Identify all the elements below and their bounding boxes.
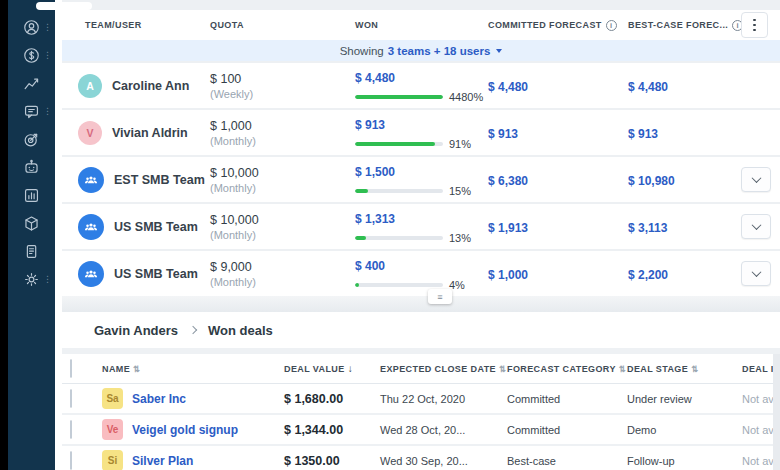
col-team-user[interactable]: TEAM/USER bbox=[62, 20, 210, 30]
deal-close-date: Wed 28 Oct, 20... bbox=[380, 424, 507, 436]
bot-icon bbox=[22, 158, 41, 177]
deal-name-link[interactable]: Veigel gold signup bbox=[132, 423, 238, 437]
committed-value-link[interactable]: $ 913 bbox=[488, 127, 518, 141]
best-case-value-link[interactable]: $ 10,980 bbox=[628, 174, 675, 188]
best-case-value-link[interactable]: $ 2,200 bbox=[628, 268, 668, 282]
target-icon bbox=[22, 130, 41, 149]
sidebar-item-bot[interactable] bbox=[8, 153, 55, 181]
sidebar-item-deals[interactable]: ⋮ bbox=[8, 41, 55, 69]
sidebar-item-conversations[interactable]: ⋮ bbox=[8, 97, 55, 125]
expand-team-button[interactable] bbox=[741, 261, 771, 286]
sort-icon[interactable]: ⇅ bbox=[691, 364, 699, 374]
col-expected-close-date[interactable]: EXPECTED CLOSE DATE⇅ bbox=[380, 364, 507, 374]
deals-table-header: NAME⇅ DEAL VALUE↓ EXPECTED CLOSE DATE⇅ F… bbox=[62, 354, 780, 384]
caret-down-icon[interactable] bbox=[496, 49, 502, 53]
deal-stage: Under review bbox=[627, 393, 742, 405]
sidebar-item-settings[interactable]: ⋮ bbox=[8, 265, 55, 293]
col-options bbox=[740, 12, 780, 38]
col-forecast-category[interactable]: FORECAST CATEGORY⇅ bbox=[507, 364, 627, 374]
deals-table-body: Sa Saber Inc $ 1,680.00 Thu 22 Oct, 2020… bbox=[62, 384, 780, 470]
progress-track bbox=[355, 95, 443, 99]
col-best-case-forecast[interactable]: BEST-CASE FOREC...i bbox=[628, 20, 740, 31]
forecast-row: US SMB Team $ 10,000(Monthly) $ 1,313 13… bbox=[62, 204, 780, 249]
expand-team-button[interactable] bbox=[741, 214, 771, 239]
column-options-button[interactable] bbox=[741, 12, 768, 38]
committed-value-link[interactable]: $ 1,913 bbox=[488, 221, 528, 235]
quota-period: (Monthly) bbox=[210, 229, 355, 241]
deal-avatar: Ve bbox=[102, 419, 123, 440]
user-name: Vivian Aldrin bbox=[112, 126, 188, 140]
committed-value-link[interactable]: $ 4,480 bbox=[488, 80, 528, 94]
row-checkbox[interactable] bbox=[70, 451, 72, 470]
col-label: DEAL VALUE bbox=[284, 364, 345, 374]
row-checkbox[interactable] bbox=[70, 389, 72, 408]
best-case-value-link[interactable]: $ 4,480 bbox=[628, 80, 668, 94]
scrollbar-track[interactable] bbox=[773, 354, 780, 470]
breadcrumb: Gavin Anders Won deals bbox=[62, 312, 780, 348]
forecast-row: A Caroline Ann $ 100(Weekly) $ 4,480 448… bbox=[62, 63, 780, 108]
user-name: Caroline Ann bbox=[112, 79, 189, 93]
sidebar-item-goals[interactable] bbox=[8, 125, 55, 153]
deal-avatar: Sa bbox=[102, 388, 123, 409]
col-committed-forecast[interactable]: COMMITTED FORECASTi bbox=[488, 20, 628, 31]
forecast-row: US SMB Team $ 9,000(Monthly) $ 400 4% $ … bbox=[62, 251, 780, 296]
sort-desc-icon[interactable]: ↓ bbox=[348, 363, 353, 374]
team-name: EST SMB Team bbox=[114, 173, 205, 187]
deal-value: $ 1,344.00 bbox=[284, 423, 380, 437]
dollar-icon bbox=[22, 46, 41, 65]
sort-icon[interactable]: ⇅ bbox=[619, 364, 627, 374]
deal-value: $ 1,680.00 bbox=[284, 392, 380, 406]
won-value-link[interactable]: $ 4,480 bbox=[355, 71, 395, 85]
user-icon bbox=[22, 18, 41, 37]
chevron-down-icon bbox=[751, 267, 761, 277]
col-label: DEAL STAGE bbox=[627, 364, 688, 374]
workspace: TEAM/USER QUOTA WON COMMITTED FORECASTi … bbox=[62, 0, 780, 470]
deal-row: Si Silver Plan $ 1350.00 Wed 30 Sep, 20.… bbox=[62, 446, 780, 470]
best-case-value-link[interactable]: $ 913 bbox=[628, 127, 658, 141]
sidebar-item-products[interactable] bbox=[8, 209, 55, 237]
sort-icon[interactable]: ⇅ bbox=[499, 364, 507, 374]
deal-name-link[interactable]: Saber Inc bbox=[132, 392, 186, 406]
quota-period: (Weekly) bbox=[210, 88, 355, 100]
sidebar-item-contacts[interactable]: ⋮ bbox=[8, 13, 55, 41]
col-won[interactable]: WON bbox=[355, 20, 488, 30]
progress-track bbox=[355, 189, 443, 193]
committed-value-link[interactable]: $ 1,000 bbox=[488, 268, 528, 282]
best-case-value-link[interactable]: $ 3,113 bbox=[628, 221, 667, 235]
col-name[interactable]: NAME⇅ bbox=[102, 364, 284, 374]
col-label: NAME bbox=[102, 364, 130, 374]
panel-splitter[interactable]: ≡ bbox=[62, 296, 780, 312]
breadcrumb-user[interactable]: Gavin Anders bbox=[94, 323, 178, 338]
sidebar-nav: ⋮ ⋮ ⋮ ⋮ bbox=[8, 0, 55, 470]
expand-team-button[interactable] bbox=[741, 167, 771, 192]
splitter-handle-icon[interactable]: ≡ bbox=[428, 289, 452, 304]
won-value-link[interactable]: $ 1,313 bbox=[355, 212, 395, 226]
deal-row: Ve Veigel gold signup $ 1,344.00 Wed 28 … bbox=[62, 415, 780, 444]
sidebar-item-documents[interactable] bbox=[8, 237, 55, 265]
row-checkbox[interactable] bbox=[70, 420, 72, 439]
deal-name-link[interactable]: Silver Plan bbox=[132, 454, 193, 468]
progress-fill bbox=[355, 283, 359, 287]
quota-period: (Monthly) bbox=[210, 182, 355, 194]
quota-period: (Monthly) bbox=[210, 276, 355, 288]
forecast-row: V Vivian Aldrin $ 1,000(Monthly) $ 913 9… bbox=[62, 110, 780, 155]
won-value-link[interactable]: $ 400 bbox=[355, 259, 385, 273]
info-icon[interactable]: i bbox=[606, 20, 617, 31]
overflow-dots-icon: ⋮ bbox=[43, 22, 52, 32]
sidebar-item-analytics-trend[interactable] bbox=[8, 69, 55, 97]
won-value-link[interactable]: $ 913 bbox=[355, 118, 385, 132]
deal-forecast-category: Committed bbox=[507, 424, 627, 436]
settings-icon bbox=[22, 270, 41, 289]
sort-icon[interactable]: ⇅ bbox=[133, 364, 141, 374]
deal-forecast-category: Best-case bbox=[507, 455, 627, 467]
committed-value-link[interactable]: $ 6,380 bbox=[488, 174, 528, 188]
teams-users-dropdown[interactable]: 3 teams + 18 users bbox=[388, 45, 491, 57]
avatar: V bbox=[78, 121, 102, 145]
col-deal-stage[interactable]: DEAL STAGE⇅ bbox=[627, 364, 742, 374]
sidebar-item-reports[interactable] bbox=[8, 181, 55, 209]
col-deal-value[interactable]: DEAL VALUE↓ bbox=[284, 363, 380, 374]
select-all-checkbox[interactable] bbox=[70, 359, 72, 378]
chat-icon bbox=[22, 102, 41, 121]
col-quota[interactable]: QUOTA bbox=[210, 20, 355, 30]
won-value-link[interactable]: $ 1,500 bbox=[355, 165, 395, 179]
